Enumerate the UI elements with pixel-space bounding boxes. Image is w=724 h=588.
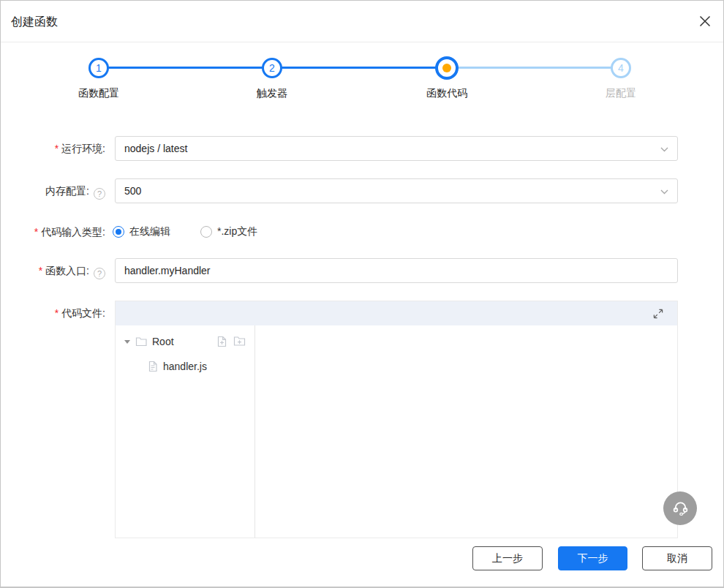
required-asterisk: * bbox=[55, 143, 59, 154]
help-icon[interactable]: ? bbox=[94, 268, 105, 279]
add-file-icon[interactable] bbox=[216, 336, 227, 347]
stepper-line-3 bbox=[447, 67, 621, 69]
runtime-label: *运行环境: bbox=[1, 136, 105, 161]
required-asterisk: * bbox=[55, 307, 59, 319]
code-editor: Root handler.js bbox=[115, 301, 678, 538]
runtime-select[interactable]: nodejs / latest bbox=[115, 136, 678, 161]
step-1-label: 函数配置 bbox=[78, 87, 119, 100]
help-icon[interactable]: ? bbox=[94, 188, 105, 200]
code-type-options: 在线编辑 *.zip文件 bbox=[113, 225, 257, 238]
file-tree: Root handler.js bbox=[116, 325, 255, 538]
caret-down-icon[interactable] bbox=[124, 340, 130, 344]
step-4-number: 4 bbox=[618, 62, 624, 74]
entry-label: *函数入口:? bbox=[1, 258, 105, 283]
next-step-button[interactable]: 下一步 bbox=[558, 546, 627, 570]
step-1-number: 1 bbox=[96, 62, 102, 74]
tree-node-root[interactable]: Root bbox=[116, 333, 254, 350]
memory-select[interactable]: 500 bbox=[115, 178, 678, 203]
step-4-label: 层配置 bbox=[606, 87, 636, 100]
cancel-button[interactable]: 取消 bbox=[642, 546, 712, 570]
create-function-dialog: 创建函数 1 函数配置 2 触发器 函数代码 4 层配置 *运行环境: node… bbox=[0, 0, 724, 588]
folder-icon bbox=[135, 336, 147, 347]
step-2-number: 2 bbox=[269, 62, 275, 74]
radio-online-edit[interactable] bbox=[113, 226, 124, 238]
file-icon bbox=[148, 361, 158, 372]
step-3-circle bbox=[435, 56, 459, 80]
close-icon[interactable] bbox=[698, 15, 712, 28]
runtime-value: nodejs / latest bbox=[124, 143, 187, 154]
dialog-header: 创建函数 bbox=[1, 1, 723, 42]
prev-step-button[interactable]: 上一步 bbox=[472, 546, 543, 570]
expand-icon[interactable] bbox=[653, 309, 663, 319]
tree-node-file-label: handler.js bbox=[163, 361, 207, 372]
editor-toolbar bbox=[116, 301, 677, 325]
chevron-down-icon bbox=[660, 147, 668, 152]
add-folder-icon[interactable] bbox=[233, 336, 246, 347]
step-2-circle: 2 bbox=[262, 58, 282, 78]
chevron-down-icon bbox=[660, 189, 668, 195]
step-2-label: 触发器 bbox=[257, 87, 287, 100]
step-1-circle: 1 bbox=[88, 58, 109, 78]
entry-value: handler.myHandler bbox=[124, 265, 211, 276]
headset-icon bbox=[671, 499, 690, 519]
step-3-active-dot bbox=[442, 64, 451, 72]
radio-zip-file-label: *.zip文件 bbox=[217, 225, 257, 238]
code-type-label: *代码输入类型: bbox=[1, 225, 105, 238]
customer-service-button[interactable] bbox=[663, 491, 697, 525]
required-asterisk: * bbox=[34, 226, 38, 238]
step-3-label: 函数代码 bbox=[426, 87, 467, 100]
tree-node-root-label: Root bbox=[152, 336, 174, 347]
step-4-circle: 4 bbox=[611, 58, 631, 78]
tree-node-file[interactable]: handler.js bbox=[116, 358, 254, 375]
radio-zip-file[interactable] bbox=[200, 226, 212, 238]
required-asterisk: * bbox=[39, 265, 42, 276]
stepper-line-2 bbox=[272, 67, 447, 69]
memory-value: 500 bbox=[124, 185, 141, 197]
radio-online-edit-label: 在线编辑 bbox=[129, 225, 170, 238]
stepper-line-1 bbox=[99, 67, 272, 69]
dialog-title: 创建函数 bbox=[11, 1, 58, 42]
entry-input[interactable]: handler.myHandler bbox=[115, 258, 678, 283]
code-file-label: *代码文件: bbox=[1, 301, 105, 325]
memory-label: 内存配置:? bbox=[1, 178, 105, 203]
